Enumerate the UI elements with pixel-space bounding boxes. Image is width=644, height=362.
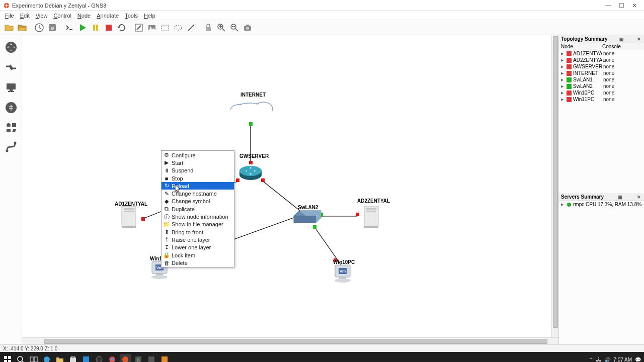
menu-view[interactable]: View — [33, 13, 51, 19]
topology-row[interactable]: ▶INTERNETnone — [559, 70, 644, 76]
tray-network-icon[interactable]: 🖧 — [596, 357, 601, 363]
all-devices-category[interactable] — [2, 119, 20, 137]
ellipse-button[interactable] — [172, 22, 184, 34]
screenshot-button[interactable] — [242, 22, 254, 34]
tray-clock[interactable]: 7:07 AM — [613, 357, 632, 363]
ctx-item-configure[interactable]: ⚙Configure — [162, 151, 234, 159]
ctx-item-bring-to-front[interactable]: ⬆Bring to front — [162, 228, 234, 236]
edge-icon[interactable] — [41, 354, 52, 362]
show-hide-button[interactable]: a/ — [46, 22, 58, 34]
panel-dock-button[interactable]: ▣ — [618, 37, 625, 42]
canvas-horizontal-scrollbar[interactable] — [22, 337, 558, 344]
routers-category[interactable] — [2, 38, 20, 56]
topology-row[interactable]: ▶Win11PCnone — [559, 96, 644, 103]
rectangle-button[interactable] — [159, 22, 171, 34]
ctx-item-change-symbol[interactable]: ◆Change symbol — [162, 198, 234, 205]
node-label-internet[interactable]: INTERNET — [240, 92, 266, 98]
ctx-item-stop[interactable]: ■Stop — [162, 174, 234, 182]
canvas-vertical-scrollbar[interactable] — [551, 35, 558, 337]
note-button[interactable] — [133, 22, 145, 34]
close-button[interactable]: ✕ — [628, 1, 641, 10]
ctx-item-show-in-file-manager[interactable]: 📁Show in file manager — [162, 221, 234, 228]
topology-row[interactable]: ▶AD1ZENTYALnone — [559, 50, 644, 57]
new-project-button[interactable] — [3, 22, 15, 34]
zoom-in-button[interactable] — [215, 22, 227, 34]
ctx-item-duplicate[interactable]: ⧉Duplicate — [162, 205, 234, 213]
node-label-win11[interactable]: Win1 — [150, 256, 162, 261]
menu-annotate[interactable]: Annotate — [94, 13, 122, 19]
search-button[interactable] — [15, 354, 26, 362]
app4-icon[interactable] — [159, 354, 170, 362]
svg-rect-59 — [366, 211, 376, 212]
snapshot-button[interactable] — [33, 22, 45, 34]
menu-control[interactable]: Control — [50, 13, 74, 19]
gns3-taskbar-icon[interactable] — [120, 354, 131, 362]
node-label-swlan2[interactable]: SwLAN2 — [298, 205, 318, 210]
svg-rect-60 — [364, 226, 378, 228]
zoom-out-button[interactable] — [228, 22, 240, 34]
start-button[interactable] — [2, 354, 13, 362]
ctx-item-show-node-information[interactable]: ⓘShow node information — [162, 213, 234, 220]
node-label-win10[interactable]: Win10PC — [333, 259, 355, 265]
svg-rect-10 — [162, 25, 169, 30]
menu-tools[interactable]: Tools — [122, 13, 141, 19]
stop-all-button[interactable] — [103, 22, 115, 34]
lock-button[interactable] — [202, 22, 214, 34]
ctx-item-lower-one-layer[interactable]: ↧Lower one layer — [162, 244, 234, 251]
security-category[interactable] — [2, 99, 20, 117]
col-console[interactable]: Console — [600, 43, 644, 50]
topology-row[interactable]: ▶Win10PCnone — [559, 89, 644, 96]
node-label-ad2[interactable]: AD2ZENTYAL — [357, 198, 390, 204]
ctx-item-raise-one-layer[interactable]: ↥Raise one layer — [162, 236, 234, 243]
obs-icon[interactable] — [94, 354, 105, 362]
start-all-button[interactable] — [76, 22, 89, 34]
node-label-ad1[interactable]: AD1ZENTYAL — [115, 201, 147, 207]
panel-close-button[interactable]: ✕ — [636, 37, 642, 42]
maximize-button[interactable]: ☐ — [615, 1, 628, 10]
tray-volume-icon[interactable]: 🔊 — [604, 357, 610, 363]
ctx-item-reload[interactable]: ↻Reload — [162, 182, 234, 190]
open-project-button[interactable] — [16, 22, 28, 34]
canvas[interactable]: Vm Vm INTERNET GWSERVER AD1ZENTYAL AD2ZE… — [22, 35, 558, 344]
svg-rect-95 — [148, 356, 154, 362]
tray-caret-icon[interactable]: ⌃ — [589, 357, 593, 363]
servers-dock-button[interactable]: ▣ — [617, 195, 623, 200]
menu-file[interactable]: File — [2, 13, 17, 19]
tray-notifications-icon[interactable]: 💬 — [635, 357, 641, 363]
line-button[interactable] — [185, 22, 197, 34]
system-tray[interactable]: ⌃ 🖧 🔊 7:07 AM 💬 — [589, 357, 643, 363]
server-row[interactable]: ▶ rmpc CPU 17.3%, RAM 13.8% — [559, 201, 644, 208]
ctx-item-suspend[interactable]: ⏸Suspend — [162, 167, 234, 174]
explorer-icon[interactable] — [54, 354, 65, 362]
switches-category[interactable] — [2, 58, 20, 76]
topology-row[interactable]: ▶SwLAN2none — [559, 83, 644, 89]
menu-edit[interactable]: Edit — [17, 13, 33, 19]
topology-row[interactable]: ▶GWSERVERnone — [559, 63, 644, 70]
store-icon[interactable] — [67, 354, 78, 362]
chrome-icon[interactable] — [107, 354, 118, 362]
ctx-item-change-hostname[interactable]: ✎Change hostname — [162, 190, 234, 197]
ctx-item-start[interactable]: ▶Start — [162, 159, 234, 166]
add-link-tool[interactable] — [2, 139, 20, 157]
menu-node[interactable]: Node — [74, 13, 94, 19]
suspend-all-button[interactable] — [90, 22, 102, 34]
servers-close-button[interactable]: ✕ — [636, 195, 642, 200]
ctx-item-delete[interactable]: 🗑Delete — [162, 259, 234, 266]
task-view-button[interactable] — [28, 354, 39, 362]
app2-icon[interactable]: X — [133, 354, 144, 362]
reload-all-button[interactable] — [116, 22, 128, 34]
minimize-button[interactable]: — — [602, 1, 615, 10]
console-button[interactable] — [63, 22, 75, 34]
insert-image-button[interactable] — [146, 22, 158, 34]
svg-rect-37 — [261, 178, 265, 182]
topology-row[interactable]: ▶AD2ZENTYALnone — [559, 57, 644, 63]
node-label-gwserver[interactable]: GWSERVER — [239, 153, 269, 159]
end-devices-category[interactable] — [2, 78, 20, 97]
app1-icon[interactable] — [80, 354, 92, 362]
col-node[interactable]: Node — [559, 43, 600, 50]
svg-rect-56 — [122, 226, 136, 228]
ctx-item-lock-item[interactable]: 🔒Lock item — [162, 251, 234, 259]
app3-icon[interactable] — [146, 354, 157, 362]
menu-help[interactable]: Help — [141, 13, 158, 19]
topology-row[interactable]: ▶SwLAN1none — [559, 76, 644, 83]
